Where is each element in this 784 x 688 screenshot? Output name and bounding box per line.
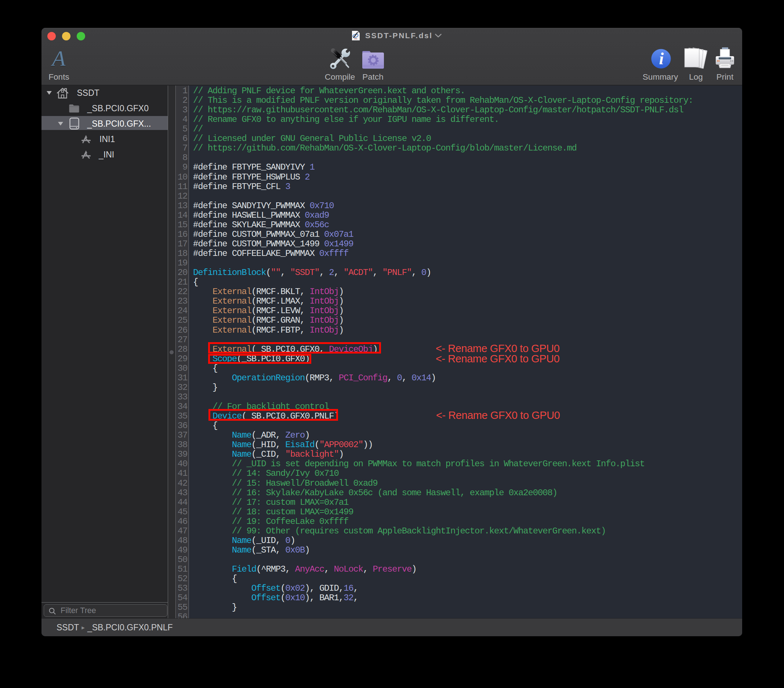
svg-text:DSL: DSL: [354, 38, 357, 40]
svg-text:i: i: [659, 49, 664, 68]
